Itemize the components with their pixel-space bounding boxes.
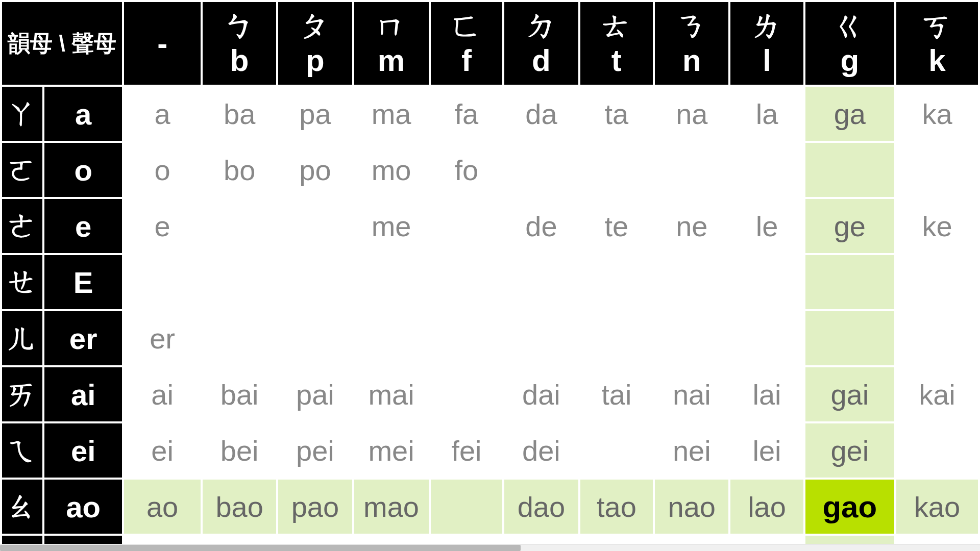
syllable-cell[interactable]: pa bbox=[278, 87, 352, 141]
syllable-cell[interactable]: bao bbox=[203, 480, 276, 534]
syllable-cell[interactable] bbox=[580, 255, 653, 309]
syllable-cell[interactable] bbox=[805, 536, 894, 544]
syllable-cell[interactable] bbox=[896, 311, 978, 365]
syllable-cell[interactable]: ma bbox=[354, 87, 429, 141]
syllable-cell[interactable] bbox=[124, 255, 201, 309]
syllable-cell[interactable]: ao bbox=[124, 480, 201, 534]
syllable-cell[interactable] bbox=[278, 199, 352, 253]
syllable-cell[interactable] bbox=[504, 536, 578, 544]
syllable-cell[interactable]: e bbox=[124, 199, 201, 253]
syllable-cell[interactable]: lao bbox=[730, 480, 803, 534]
syllable-cell[interactable]: de bbox=[504, 199, 578, 253]
syllable-cell[interactable]: ei bbox=[124, 423, 201, 478]
syllable-cell[interactable]: t bbox=[580, 536, 653, 544]
syllable-cell[interactable]: ge bbox=[805, 199, 894, 253]
syllable-cell[interactable] bbox=[805, 143, 894, 197]
syllable-cell[interactable] bbox=[896, 423, 978, 478]
syllable-cell[interactable] bbox=[730, 255, 803, 309]
syllable-cell[interactable] bbox=[278, 536, 352, 544]
syllable-cell[interactable]: ka bbox=[896, 87, 978, 141]
syllable-cell[interactable]: o bbox=[124, 143, 201, 197]
syllable-cell[interactable]: te bbox=[580, 199, 653, 253]
syllable-cell[interactable]: a bbox=[124, 87, 201, 141]
syllable-cell[interactable] bbox=[580, 311, 653, 365]
syllable-cell[interactable]: mai bbox=[354, 367, 429, 421]
syllable-cell[interactable] bbox=[504, 255, 578, 309]
syllable-cell[interactable]: mo bbox=[354, 143, 429, 197]
syllable-cell[interactable] bbox=[730, 311, 803, 365]
syllable-cell[interactable]: er bbox=[124, 311, 201, 365]
syllable-cell[interactable]: tao bbox=[580, 480, 653, 534]
syllable-cell[interactable]: dao bbox=[504, 480, 578, 534]
syllable-cell[interactable] bbox=[354, 311, 429, 365]
syllable-cell[interactable]: ke bbox=[896, 199, 978, 253]
syllable-cell[interactable] bbox=[655, 536, 728, 544]
syllable-cell[interactable]: la bbox=[730, 87, 803, 141]
syllable-cell[interactable]: bei bbox=[203, 423, 276, 478]
syllable-cell[interactable] bbox=[655, 255, 728, 309]
syllable-cell[interactable]: pei bbox=[278, 423, 352, 478]
syllable-cell[interactable]: mao bbox=[354, 480, 429, 534]
syllable-cell[interactable]: dai bbox=[504, 367, 578, 421]
syllable-cell[interactable]: tai bbox=[580, 367, 653, 421]
syllable-cell[interactable] bbox=[278, 255, 352, 309]
syllable-cell[interactable]: mei bbox=[354, 423, 429, 478]
syllable-cell[interactable]: le bbox=[730, 199, 803, 253]
syllable-cell[interactable]: gai bbox=[805, 367, 894, 421]
syllable-cell[interactable] bbox=[278, 311, 352, 365]
syllable-cell[interactable] bbox=[896, 143, 978, 197]
syllable-cell[interactable] bbox=[203, 536, 276, 544]
syllable-cell[interactable]: lai bbox=[730, 367, 803, 421]
syllable-cell[interactable]: pao bbox=[278, 480, 352, 534]
syllable-cell[interactable]: nai bbox=[655, 367, 728, 421]
syllable-cell[interactable] bbox=[805, 255, 894, 309]
syllable-cell[interactable]: gei bbox=[805, 423, 894, 478]
syllable-cell[interactable]: ne bbox=[655, 199, 728, 253]
syllable-cell[interactable]: pai bbox=[278, 367, 352, 421]
syllable-cell[interactable] bbox=[805, 311, 894, 365]
syllable-cell[interactable]: ga bbox=[805, 87, 894, 141]
syllable-cell[interactable] bbox=[580, 143, 653, 197]
syllable-cell[interactable]: nao bbox=[655, 480, 728, 534]
syllable-cell[interactable] bbox=[896, 255, 978, 309]
syllable-cell[interactable]: fa bbox=[431, 87, 503, 141]
syllable-cell[interactable]: l bbox=[730, 536, 803, 544]
horizontal-scrollbar-thumb[interactable] bbox=[0, 545, 521, 551]
syllable-cell[interactable] bbox=[431, 367, 503, 421]
syllable-cell[interactable]: kao bbox=[896, 480, 978, 534]
syllable-cell[interactable] bbox=[580, 423, 653, 478]
syllable-cell[interactable]: gao bbox=[805, 480, 894, 534]
syllable-cell[interactable] bbox=[431, 255, 503, 309]
syllable-cell[interactable] bbox=[431, 480, 503, 534]
syllable-cell[interactable]: f bbox=[431, 536, 503, 544]
syllable-cell[interactable]: ta bbox=[580, 87, 653, 141]
syllable-cell[interactable] bbox=[203, 311, 276, 365]
syllable-cell[interactable] bbox=[730, 143, 803, 197]
syllable-cell[interactable]: k bbox=[896, 536, 978, 544]
syllable-cell[interactable]: fei bbox=[431, 423, 503, 478]
syllable-cell[interactable] bbox=[504, 311, 578, 365]
syllable-cell[interactable] bbox=[354, 536, 429, 544]
syllable-cell[interactable]: kai bbox=[896, 367, 978, 421]
syllable-cell[interactable] bbox=[431, 199, 503, 253]
syllable-cell[interactable] bbox=[655, 143, 728, 197]
syllable-cell[interactable]: na bbox=[655, 87, 728, 141]
syllable-cell[interactable]: ai bbox=[124, 367, 201, 421]
syllable-cell[interactable]: ba bbox=[203, 87, 276, 141]
syllable-cell[interactable] bbox=[203, 199, 276, 253]
syllable-cell[interactable] bbox=[124, 536, 201, 544]
syllable-cell[interactable]: da bbox=[504, 87, 578, 141]
syllable-cell[interactable]: me bbox=[354, 199, 429, 253]
syllable-cell[interactable] bbox=[431, 311, 503, 365]
syllable-cell[interactable] bbox=[504, 143, 578, 197]
syllable-cell[interactable]: dei bbox=[504, 423, 578, 478]
syllable-cell[interactable] bbox=[354, 255, 429, 309]
syllable-cell[interactable]: bo bbox=[203, 143, 276, 197]
syllable-cell[interactable]: lei bbox=[730, 423, 803, 478]
syllable-cell[interactable]: po bbox=[278, 143, 352, 197]
syllable-cell[interactable]: fo bbox=[431, 143, 503, 197]
horizontal-scrollbar[interactable] bbox=[0, 544, 980, 551]
syllable-cell[interactable] bbox=[203, 255, 276, 309]
syllable-cell[interactable]: bai bbox=[203, 367, 276, 421]
syllable-cell[interactable]: nei bbox=[655, 423, 728, 478]
